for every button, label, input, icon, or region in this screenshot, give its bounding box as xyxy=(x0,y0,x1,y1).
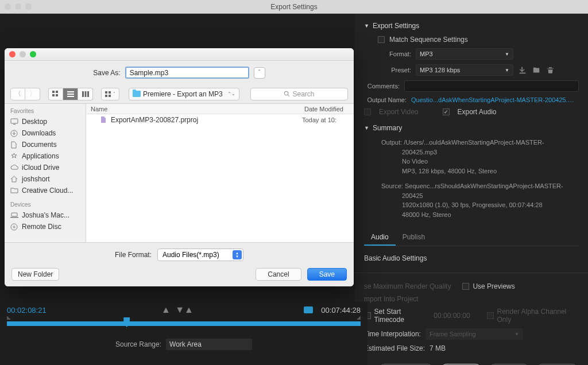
sidebar-item-remote-disc[interactable]: Remote Disc xyxy=(5,221,86,232)
project-file-icon xyxy=(100,116,107,123)
window-close-icon[interactable] xyxy=(5,3,11,10)
export-settings-header[interactable]: ▼ Export Settings xyxy=(364,18,579,33)
nav-forward-button[interactable]: 〉 xyxy=(25,88,40,100)
desktop-icon xyxy=(10,118,18,125)
in-marker-icon[interactable]: ◣ xyxy=(7,314,11,320)
folder-icon xyxy=(10,187,18,194)
export-audio-checkbox[interactable] xyxy=(443,108,450,115)
import-into-project-label: mport Into Project xyxy=(364,295,419,303)
out-timecode[interactable]: 00:07:44:28 xyxy=(321,306,361,314)
svg-rect-9 xyxy=(87,91,89,97)
use-previews-label: Use Previews xyxy=(473,282,514,290)
file-row[interactable]: ExportAnMP3-200827.prproj Today at 10: xyxy=(86,114,354,125)
basic-audio-header[interactable]: Basic Audio Settings xyxy=(364,251,579,266)
svg-rect-2 xyxy=(52,94,55,96)
sidebar-item-icloud[interactable]: iCloud Drive xyxy=(5,162,86,173)
summary-header[interactable]: ▼ Summary xyxy=(364,118,579,135)
window-title: Export Settings xyxy=(270,3,317,11)
chevron-updown-icon: ▲▼ xyxy=(233,250,242,259)
max-render-label: se Maximum Render Quality xyxy=(364,282,451,290)
source-range-label: Source Range: xyxy=(115,340,161,348)
sidebar-item-mac[interactable]: Joshua's Mac... xyxy=(5,209,86,221)
svg-rect-1 xyxy=(56,91,58,93)
playhead-icon[interactable] xyxy=(123,317,130,327)
sidebar-item-home[interactable]: joshshort xyxy=(5,173,86,185)
import-preset-icon[interactable] xyxy=(532,65,541,75)
home-icon xyxy=(10,176,18,182)
sidebar-item-documents[interactable]: Documents xyxy=(5,139,86,150)
format-label: Format: xyxy=(378,51,411,57)
svg-rect-7 xyxy=(82,91,84,97)
laptop-icon xyxy=(10,212,18,219)
tab-audio[interactable]: Audio xyxy=(364,230,396,246)
filename-input[interactable] xyxy=(125,67,249,79)
svg-rect-16 xyxy=(11,119,18,123)
chevron-updown-icon: ⌃⌄ xyxy=(227,91,235,96)
aspect-icon[interactable] xyxy=(304,306,313,313)
match-sequence-checkbox[interactable] xyxy=(378,36,385,43)
estimated-size-value: 7 MB xyxy=(430,344,446,352)
settings-tabs: Audio Publish xyxy=(364,230,579,246)
view-icons-button[interactable] xyxy=(48,88,63,100)
loop-icon[interactable]: ▼▲ xyxy=(179,306,189,314)
delete-preset-icon[interactable] xyxy=(546,65,555,75)
dialog-close-icon[interactable] xyxy=(9,51,16,57)
sidebar-item-creative-cloud[interactable]: Creative Cloud... xyxy=(5,185,86,196)
format-select[interactable]: MP3 ▼ xyxy=(416,48,513,60)
dialog-cancel-button[interactable]: Cancel xyxy=(256,268,301,281)
search-input[interactable]: Search xyxy=(250,88,348,100)
view-list-button[interactable] xyxy=(63,88,78,100)
group-button[interactable]: ˅ xyxy=(101,88,119,100)
column-name[interactable]: Name xyxy=(86,106,302,112)
timeline-scrubber[interactable]: ◣ ◢ xyxy=(7,321,361,326)
time-interpolation-select: Frame Sampling ▼ xyxy=(425,328,523,340)
fit-icon[interactable]: ▲ xyxy=(161,306,171,314)
dialog-minimize-icon xyxy=(20,51,26,57)
output-name-link[interactable]: Questio...dAskWhenStartingAProject-MASTE… xyxy=(411,96,579,103)
folder-icon xyxy=(133,91,141,97)
collapse-toggle[interactable]: ˆ xyxy=(254,67,265,79)
out-marker-icon[interactable]: ◢ xyxy=(357,314,361,320)
column-date[interactable]: Date Modified xyxy=(302,106,354,112)
svg-rect-6 xyxy=(67,96,74,97)
use-previews-checkbox[interactable] xyxy=(462,283,469,290)
export-video-label: Export Video xyxy=(379,108,419,116)
window-minimize-icon[interactable] xyxy=(15,3,21,10)
save-as-label: Save As: xyxy=(93,69,120,77)
svg-rect-17 xyxy=(13,124,16,125)
dialog-save-button[interactable]: Save xyxy=(307,268,347,281)
file-format-label: File Format: xyxy=(115,251,152,259)
cloud-icon xyxy=(10,164,18,171)
comments-label: Comments: xyxy=(364,83,400,90)
view-columns-button[interactable] xyxy=(78,88,93,100)
new-folder-button[interactable]: New Folder xyxy=(11,268,59,281)
preset-select[interactable]: MP3 128 kbps ▼ xyxy=(416,64,513,76)
svg-rect-4 xyxy=(67,91,74,92)
summary-source: Source: Sequenc...rsShouldAskWhenStartin… xyxy=(364,179,579,223)
sidebar-item-downloads[interactable]: Downloads xyxy=(5,127,86,139)
svg-rect-8 xyxy=(84,91,86,97)
source-range-select[interactable]: Work Area xyxy=(166,339,252,350)
file-format-select[interactable]: Audio Files(*.mp3) ▲▼ xyxy=(157,248,243,261)
sidebar-item-applications[interactable]: Applications xyxy=(5,150,86,162)
dialog-zoom-icon[interactable] xyxy=(30,51,36,57)
folder-path-select[interactable]: Premiere - Export an MP3 ⌃⌄ xyxy=(129,88,239,100)
preview-timeline: 00:02:08:21 ▲ ▼▲ 00:07:44:28 ◣ ◢ Source … xyxy=(0,302,368,365)
dialog-titlebar xyxy=(5,48,354,61)
comments-input[interactable] xyxy=(404,80,579,92)
window-titlebar: Export Settings xyxy=(0,0,588,14)
nav-back-button[interactable]: 〈 xyxy=(10,88,25,100)
tab-publish[interactable]: Publish xyxy=(396,230,432,246)
applications-icon xyxy=(10,153,18,160)
window-zoom-icon[interactable] xyxy=(25,3,32,10)
downloads-icon xyxy=(10,130,18,137)
save-preset-icon[interactable] xyxy=(518,65,527,75)
summary-output: Output: /Users/...ouldAskWhenStartingAPr… xyxy=(364,135,579,179)
chevron-down-icon: ▼ xyxy=(505,52,509,57)
set-start-timecode-label: Set Start Timecode xyxy=(374,308,431,324)
sidebar: Favorites Desktop Downloads Documents Ap… xyxy=(5,104,86,242)
export-audio-label: Export Audio xyxy=(458,108,497,116)
in-timecode[interactable]: 00:02:08:21 xyxy=(7,306,47,314)
chevron-down-icon: ▼ xyxy=(364,23,369,29)
sidebar-item-desktop[interactable]: Desktop xyxy=(5,116,86,127)
